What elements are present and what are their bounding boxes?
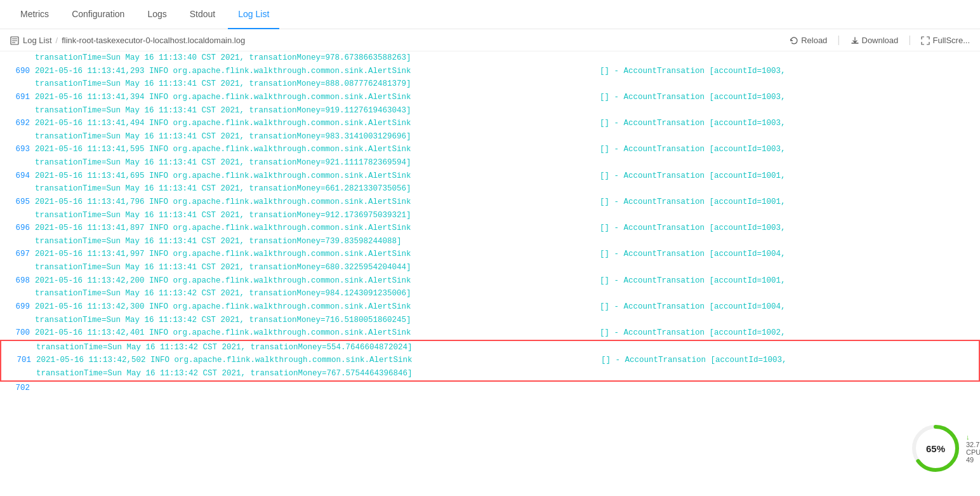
divider-2: | bbox=[908, 34, 911, 46]
log-row: 7002021-05-16 11:13:42,401 INFO org.apac… bbox=[0, 326, 980, 340]
breadcrumb-separator: / bbox=[56, 36, 58, 45]
log-row: transationTime=Sun May 16 11:13:42 CST 2… bbox=[0, 287, 980, 300]
log-right-text: [] - AccountTransation [accountId=1003, bbox=[574, 91, 980, 104]
log-text: transationTime=Sun May 16 11:13:41 CST 2… bbox=[35, 182, 574, 196]
log-row: transationTime=Sun May 16 11:13:41 CST 2… bbox=[0, 261, 980, 274]
log-right-text: [] - AccountTransation [accountId=1003, bbox=[574, 222, 980, 235]
breadcrumb-actions: Reload | Download | FullScre.. bbox=[790, 34, 970, 46]
log-row: 6912021-05-16 11:13:41,394 INFO org.apac… bbox=[0, 91, 980, 104]
tab-configuration[interactable]: Configuration bbox=[62, 0, 135, 29]
reload-button[interactable]: Reload bbox=[790, 35, 827, 45]
log-row: 6962021-05-16 11:13:41,897 INFO org.apac… bbox=[0, 222, 980, 235]
log-text: transationTime=Sun May 16 11:13:41 CST 2… bbox=[35, 77, 574, 91]
log-right-text: [] - AccountTransation [accountId=1004, bbox=[574, 300, 980, 314]
log-text: transationTime=Sun May 16 11:13:41 CST 2… bbox=[35, 104, 574, 117]
log-row: 6932021-05-16 11:13:41,595 INFO org.apac… bbox=[0, 143, 980, 156]
line-number: 696 bbox=[0, 222, 35, 235]
log-text: 2021-05-16 11:13:41,796 INFO org.apache.… bbox=[35, 196, 574, 209]
fullscreen-label: FullScre... bbox=[932, 36, 970, 45]
download-label: Download bbox=[862, 36, 899, 45]
cpu-circle-container: 65% bbox=[910, 423, 961, 474]
tab-log-list[interactable]: Log List bbox=[228, 0, 279, 29]
line-number: 693 bbox=[0, 143, 35, 156]
line-number: 698 bbox=[0, 274, 35, 288]
log-row: 6952021-05-16 11:13:41,796 INFO org.apac… bbox=[0, 196, 980, 209]
cpu-label: CPU 49 bbox=[966, 448, 980, 464]
log-text: transationTime=Sun May 16 11:13:40 CST 2… bbox=[35, 51, 574, 65]
cpu-widget: 65% ↓ 32.7 CPU 49 bbox=[910, 420, 967, 477]
log-row: transationTime=Sun May 16 11:13:42 CST 2… bbox=[1, 367, 979, 380]
log-right-text: [] - AccountTransation [accountId=1001, bbox=[574, 170, 980, 183]
cpu-stats: ↓ 32.7 CPU 49 bbox=[966, 433, 980, 464]
log-container: transationTime=Sun May 16 11:13:40 CST 2… bbox=[0, 51, 980, 394]
log-row: transationTime=Sun May 16 11:13:40 CST 2… bbox=[0, 51, 980, 65]
reload-icon bbox=[790, 35, 798, 45]
log-row: transationTime=Sun May 16 11:13:41 CST 2… bbox=[0, 104, 980, 117]
fullscreen-icon bbox=[921, 35, 930, 45]
log-text: 2021-05-16 11:13:42,401 INFO org.apache.… bbox=[35, 326, 574, 340]
log-row: transationTime=Sun May 16 11:13:41 CST 2… bbox=[0, 130, 980, 144]
log-right-text: [] - AccountTransation [accountId=1003, bbox=[574, 143, 980, 156]
download-icon bbox=[851, 35, 859, 45]
line-number: 694 bbox=[0, 170, 35, 183]
log-row: 702 bbox=[0, 382, 980, 395]
log-text: transationTime=Sun May 16 11:13:42 CST 2… bbox=[36, 341, 576, 354]
log-text: transationTime=Sun May 16 11:13:42 CST 2… bbox=[35, 314, 574, 327]
log-row: 6902021-05-16 11:13:41,293 INFO org.apac… bbox=[0, 65, 980, 78]
line-number: 690 bbox=[0, 65, 35, 78]
log-text: 2021-05-16 11:13:42,200 INFO org.apache.… bbox=[35, 274, 574, 288]
log-row: 6942021-05-16 11:13:41,695 INFO org.apac… bbox=[0, 170, 980, 183]
log-row: transationTime=Sun May 16 11:13:41 CST 2… bbox=[0, 156, 980, 170]
breadcrumb-bar: Log List / flink-root-taskexecutor-0-loc… bbox=[0, 29, 980, 51]
log-text: 2021-05-16 11:13:41,494 INFO org.apache.… bbox=[35, 117, 574, 130]
log-right-text: [] - AccountTransation [accountId=1002, bbox=[574, 326, 980, 340]
log-text: transationTime=Sun May 16 11:13:41 CST 2… bbox=[35, 261, 574, 274]
log-row: 6922021-05-16 11:13:41,494 INFO org.apac… bbox=[0, 117, 980, 130]
divider-1: | bbox=[837, 34, 840, 46]
log-right-text: [] - AccountTransation [accountId=1001, bbox=[574, 274, 980, 288]
line-number: 697 bbox=[0, 248, 35, 261]
log-text: transationTime=Sun May 16 11:13:41 CST 2… bbox=[35, 156, 574, 170]
line-number: 702 bbox=[0, 382, 35, 395]
breadcrumb-parent[interactable]: Log List bbox=[23, 36, 52, 45]
log-right-text: [] - AccountTransation [accountId=1003, bbox=[576, 354, 979, 367]
log-content-area[interactable]: transationTime=Sun May 16 11:13:40 CST 2… bbox=[0, 51, 980, 492]
log-row: 6972021-05-16 11:13:41,997 INFO org.apac… bbox=[0, 248, 980, 261]
tab-metrics[interactable]: Metrics bbox=[10, 0, 59, 29]
log-right-text: [] - AccountTransation [accountId=1003, bbox=[574, 65, 980, 78]
log-right-text: [] - AccountTransation [accountId=1003, bbox=[574, 117, 980, 130]
line-number: 700 bbox=[0, 326, 35, 340]
log-right-text: [] - AccountTransation [accountId=1001, bbox=[574, 196, 980, 209]
line-number: 701 bbox=[1, 354, 36, 367]
line-number: 691 bbox=[0, 91, 35, 104]
line-number: 695 bbox=[0, 196, 35, 209]
log-text: transationTime=Sun May 16 11:13:41 CST 2… bbox=[35, 235, 574, 248]
tab-logs[interactable]: Logs bbox=[137, 0, 176, 29]
download-button[interactable]: Download bbox=[851, 35, 899, 45]
tabs-bar: Metrics Configuration Logs Stdout Log Li… bbox=[0, 0, 980, 29]
log-text: 2021-05-16 11:13:41,595 INFO org.apache.… bbox=[35, 143, 574, 156]
log-row: transationTime=Sun May 16 11:13:41 CST 2… bbox=[0, 77, 980, 91]
log-text: 2021-05-16 11:13:41,897 INFO org.apache.… bbox=[35, 222, 574, 235]
tab-stdout[interactable]: Stdout bbox=[180, 0, 225, 29]
log-text: transationTime=Sun May 16 11:13:42 CST 2… bbox=[35, 287, 574, 300]
log-row: transationTime=Sun May 16 11:13:42 CST 2… bbox=[1, 341, 979, 354]
log-text: 2021-05-16 11:13:41,695 INFO org.apache.… bbox=[35, 170, 574, 183]
log-list-icon bbox=[10, 35, 19, 45]
log-text: 2021-05-16 11:13:41,997 INFO org.apache.… bbox=[35, 248, 574, 261]
cpu-percent-label: 65% bbox=[926, 443, 945, 454]
down-arrow-icon: ↓ bbox=[966, 433, 970, 441]
line-number: 692 bbox=[0, 117, 35, 130]
breadcrumb-file: flink-root-taskexecutor-0-localhost.loca… bbox=[62, 36, 245, 45]
log-right-text: [] - AccountTransation [accountId=1004, bbox=[574, 248, 980, 261]
log-row: 6992021-05-16 11:13:42,300 INFO org.apac… bbox=[0, 300, 980, 314]
log-text: 2021-05-16 11:13:41,293 INFO org.apache.… bbox=[35, 65, 574, 78]
log-text: transationTime=Sun May 16 11:13:41 CST 2… bbox=[35, 209, 574, 222]
log-text: 2021-05-16 11:13:42,300 INFO org.apache.… bbox=[35, 300, 574, 314]
reload-label: Reload bbox=[801, 36, 827, 45]
fullscreen-button[interactable]: FullScre... bbox=[921, 35, 970, 45]
log-row: 7012021-05-16 11:13:42,502 INFO org.apac… bbox=[1, 354, 979, 367]
log-row: transationTime=Sun May 16 11:13:41 CST 2… bbox=[0, 182, 980, 196]
log-row: transationTime=Sun May 16 11:13:42 CST 2… bbox=[0, 314, 980, 327]
log-text: transationTime=Sun May 16 11:13:41 CST 2… bbox=[35, 130, 574, 144]
